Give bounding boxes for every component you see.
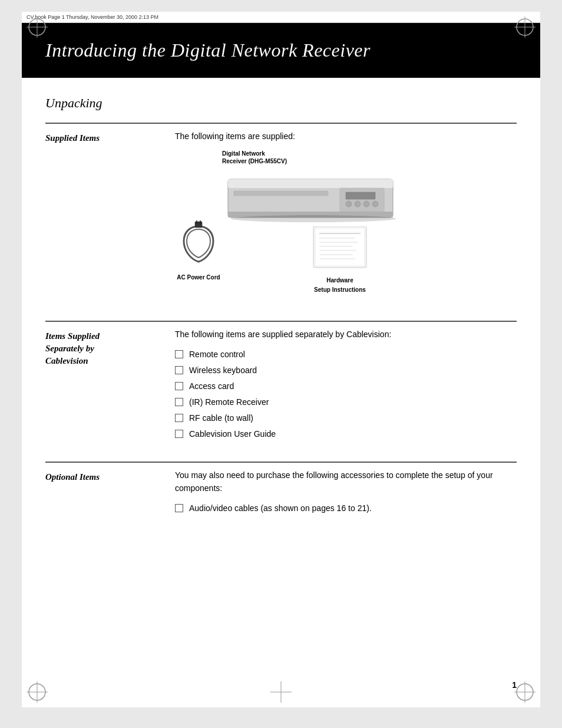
svg-point-21 [372, 201, 378, 207]
list-item: Remote control [175, 348, 517, 361]
checkbox-icon [175, 414, 183, 422]
list-item: Audio/video cables (as shown on pages 16… [175, 502, 517, 515]
svg-point-18 [346, 201, 352, 207]
list-item: Wireless keyboard [175, 364, 517, 377]
supplied-items-label: Supplied Items [45, 130, 175, 303]
cablevision-list: Remote control Wireless keyboard Access … [175, 348, 517, 440]
dnr-device-svg [222, 167, 399, 226]
list-item-text: Wireless keyboard [189, 364, 257, 377]
page-number: 1 [512, 680, 517, 690]
ac-cord-label: AC Power Cord [175, 273, 222, 282]
dnr-label: Digital NetworkReceiver (DHG-M55CV) [222, 150, 399, 165]
svg-rect-16 [340, 188, 384, 212]
optional-items-content: You may also need to purchase the follow… [175, 469, 517, 518]
supplied-items-intro: The following items are supplied: [175, 130, 517, 143]
list-item-text: RF cable (to wall) [189, 412, 253, 424]
reg-mark-bl [27, 681, 48, 703]
page-title: Introducing the Digital Network Receiver [45, 39, 517, 61]
list-item: Cablevision User Guide [175, 428, 517, 440]
checkbox-icon [175, 382, 183, 390]
ac-cord-svg [175, 220, 222, 268]
list-item: Access card [175, 380, 517, 393]
list-item-text: Remote control [189, 348, 245, 361]
dnr-device-area: Digital NetworkReceiver (DHG-M55CV) [222, 150, 399, 230]
supplied-items-content: The following items are supplied: Digita… [175, 130, 517, 303]
optional-items-intro: You may also need to purchase the follow… [175, 469, 517, 495]
list-item-text: Access card [189, 380, 234, 393]
cablevision-label-text: Items Supplied Separately by Cablevision [45, 331, 100, 365]
svg-rect-25 [195, 222, 202, 228]
reg-mark-bc [270, 681, 292, 703]
list-item-text: Audio/video cables (as shown on pages 16… [189, 502, 372, 515]
hw-instructions-svg [310, 226, 369, 271]
optional-items-label-text: Optional Items [45, 472, 100, 482]
svg-point-6 [29, 684, 45, 700]
svg-point-20 [363, 201, 369, 207]
reg-mark-br [514, 681, 535, 703]
unpacking-heading: Unpacking [45, 95, 517, 111]
page-outer: CV.book Page 1 Thursday, November 30, 20… [0, 0, 562, 728]
svg-point-9 [517, 684, 533, 700]
checkbox-icon [175, 350, 183, 358]
list-item: (IR) Remote Receiver [175, 396, 517, 409]
section-cablevision-items: Items Supplied Separately by Cablevision… [45, 321, 517, 443]
page-inner: CV.book Page 1 Thursday, November 30, 20… [22, 12, 540, 707]
cablevision-content: The following items are supplied separat… [175, 328, 517, 443]
checkbox-icon [175, 430, 183, 438]
svg-rect-22 [234, 191, 328, 196]
hw-instructions-label: HardwareSetup Instructions [310, 276, 369, 295]
list-item-text: Cablevision User Guide [189, 428, 276, 440]
svg-point-19 [355, 201, 361, 207]
list-item: RF cable (to wall) [175, 412, 517, 424]
title-banner: Introducing the Digital Network Receiver [22, 23, 540, 78]
optional-items-list: Audio/video cables (as shown on pages 16… [175, 502, 517, 515]
optional-items-label: Optional Items [45, 469, 175, 518]
supplied-items-label-text: Supplied Items [45, 133, 100, 143]
items-illustration: Digital NetworkReceiver (DHG-M55CV) [175, 150, 517, 303]
section-optional-items: Optional Items You may also need to purc… [45, 462, 517, 518]
checkbox-icon [175, 504, 183, 512]
cablevision-intro: The following items are supplied separat… [175, 328, 517, 341]
svg-point-24 [231, 215, 396, 222]
checkbox-icon [175, 398, 183, 406]
hw-instructions-area: HardwareSetup Instructions [310, 226, 369, 294]
cablevision-label: Items Supplied Separately by Cablevision [45, 328, 175, 443]
main-content: Unpacking Supplied Items The following i… [22, 95, 540, 559]
svg-rect-17 [346, 192, 375, 199]
ac-cord-area: AC Power Cord [175, 220, 222, 282]
file-info: CV.book Page 1 Thursday, November 30, 20… [22, 12, 540, 23]
svg-rect-15 [228, 179, 393, 188]
section-supplied-items: Supplied Items The following items are s… [45, 123, 517, 303]
list-item-text: (IR) Remote Receiver [189, 396, 269, 409]
checkbox-icon [175, 366, 183, 374]
